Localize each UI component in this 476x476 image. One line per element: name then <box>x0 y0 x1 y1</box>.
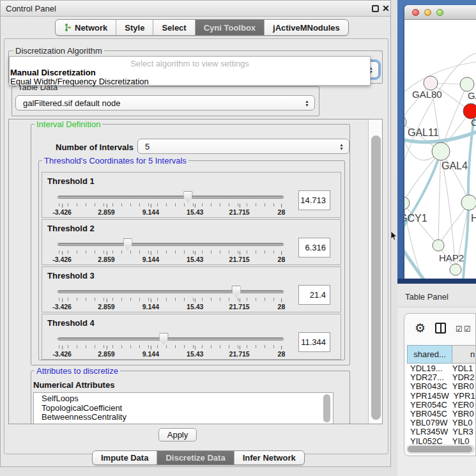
tab-jactivemnodules[interactable]: jActiveMNodules <box>265 20 348 35</box>
settings-scrollpane: Interval Definition Number of Intervals … <box>8 119 383 424</box>
screen: Control Panel ✕ Network Style Select Cyn… <box>0 0 476 476</box>
dropdown-option-equal-width-frequency[interactable]: Equal Width/Frequency Discretization <box>10 77 149 86</box>
table-row[interactable]: YBR043CYBR0 <box>407 381 476 390</box>
slider-thumb[interactable] <box>231 286 241 297</box>
cell: YBR045C <box>407 409 448 418</box>
tab-label: Network <box>75 23 107 33</box>
threshold-4-slider[interactable]: -3.4262.8599.14415.4321.71528 <box>58 334 284 359</box>
slider-track[interactable] <box>58 290 284 293</box>
threshold-4-value-field[interactable]: 11.344 <box>298 332 330 352</box>
network-window-titlebar[interactable] <box>404 5 476 20</box>
table-row[interactable]: YDL19...YDL1 <box>407 364 476 372</box>
node-label-gcy1: GCY1 <box>404 213 427 224</box>
network-canvas[interactable]: GAL80 GA C GAL11 GAL4 GCY1 H HAP2 <box>404 20 476 279</box>
tab-cyni-toolbox[interactable]: Cyni Toolbox <box>196 20 265 35</box>
table-panel-titlebar[interactable]: Table Panel <box>397 284 476 307</box>
table-row[interactable]: YPR145WYPR1 <box>407 391 476 400</box>
gear-icon[interactable]: ⚙ <box>415 321 426 335</box>
table-hscrollbar-track[interactable] <box>406 445 475 454</box>
close-icon[interactable]: ✕ <box>382 3 390 13</box>
node-pink[interactable] <box>424 76 438 90</box>
threshold-3-label: Threshold 3 <box>47 271 95 280</box>
tick-label: 28 <box>278 303 286 311</box>
table-data-combobox[interactable]: galFiltered.sif default node ▲▼ <box>15 95 315 111</box>
discretization-algorithm-label: Discretization Algorithm <box>13 46 104 56</box>
slider-track[interactable] <box>58 196 284 199</box>
list-item[interactable]: TopologicalCoefficient <box>34 403 333 412</box>
column-header-name[interactable]: n <box>452 345 476 364</box>
table-row[interactable]: YIL052CYIL0 <box>407 436 476 445</box>
tab-infer-network[interactable]: Infer Network <box>234 451 304 464</box>
combo-stepper-icon: ▲▼ <box>339 143 344 150</box>
node-hap2[interactable] <box>433 240 444 251</box>
slider-track[interactable] <box>58 337 284 341</box>
table-row[interactable]: YER054CYER0 <box>407 400 476 409</box>
tab-label: Select <box>162 23 186 33</box>
algorithm-dropdown-popup: Select algorithm to view settings Manual… <box>9 56 371 86</box>
tick-label: 9.144 <box>142 256 159 263</box>
threshold-3-value-field[interactable]: 21.4 <box>298 285 330 305</box>
slider-track[interactable] <box>58 243 284 246</box>
threshold-2-value-field[interactable]: 6.316 <box>298 238 330 257</box>
checkbox-icon[interactable]: ☑ <box>456 325 463 334</box>
network-view-window[interactable]: GAL80 GA C GAL11 GAL4 GCY1 H HAP2 <box>404 5 476 279</box>
close-traffic-light-icon[interactable] <box>412 9 419 16</box>
column-layout-icon[interactable] <box>435 323 446 334</box>
node-top-right[interactable] <box>460 77 474 91</box>
tick-label: 9.144 <box>142 208 159 216</box>
tick-label: -3.426 <box>52 256 72 263</box>
threshold-1-slider[interactable]: -3.4262.8599.14415.4321.71528 <box>58 192 284 217</box>
network-icon <box>64 23 72 32</box>
numerical-attributes-list[interactable]: SelfLoops TopologicalCoefficient Between… <box>33 392 334 424</box>
threshold-3-slider[interactable]: -3.4262.8599.14415.4321.71528 <box>58 286 284 312</box>
slider-thumb[interactable] <box>159 333 169 344</box>
slider-thumb[interactable] <box>183 191 193 203</box>
list-scrollbar[interactable] <box>323 394 330 422</box>
table-rows: YDL19...YDL1 YDR27...YDR2 YBR043CYBR0 YP… <box>407 364 476 445</box>
node-label-gal80: GAL80 <box>412 89 442 100</box>
table-hscrollbar-thumb[interactable] <box>408 446 472 452</box>
table-row[interactable]: YLR345WYLR3 <box>407 427 476 436</box>
table-row[interactable]: YDR27...YDR2 <box>407 372 476 381</box>
settings-scrollbar-track[interactable] <box>368 119 383 424</box>
cell: YDR27... <box>407 372 448 381</box>
tab-impute-data[interactable]: Impute Data <box>93 451 157 464</box>
list-item[interactable]: SelfLoops <box>34 393 333 403</box>
cell: YER0 <box>448 400 476 409</box>
settings-scrollbar-thumb[interactable] <box>371 135 381 420</box>
dropdown-option-manual-discretization[interactable]: Manual Discretization <box>10 68 96 77</box>
node-gal4[interactable] <box>432 142 450 160</box>
node-gcy1[interactable] <box>404 197 410 210</box>
float-window-icon[interactable] <box>372 5 379 12</box>
bottom-tab-bar: Impute Data Discretize Data Infer Networ… <box>92 450 305 465</box>
node-label-ga: GA <box>468 90 476 101</box>
number-of-intervals-combobox[interactable]: 5 ▲▼ <box>137 139 349 154</box>
table-row[interactable]: YBL079WYBL0 <box>407 418 476 427</box>
tick-label: 28 <box>278 350 286 358</box>
threshold-2-slider[interactable]: -3.4262.8599.14415.4321.71528 <box>58 239 284 265</box>
slider-thumb[interactable] <box>123 238 132 250</box>
list-item[interactable]: BetweennessCentrality <box>34 411 333 421</box>
slider-tick-labels: -3.4262.8599.14415.4321.71528 <box>58 302 284 311</box>
checkbox-icon[interactable]: ☑ <box>464 325 471 334</box>
cell: YBR043C <box>407 381 448 390</box>
tab-style[interactable]: Style <box>116 20 153 35</box>
table-row[interactable]: YBR045CYBR0 <box>407 409 476 418</box>
table-panel-title: Table Panel <box>405 292 449 302</box>
tab-select[interactable]: Select <box>153 20 195 35</box>
zoom-traffic-light-icon[interactable] <box>436 9 443 16</box>
tab-discretize-data[interactable]: Discretize Data <box>157 451 234 464</box>
minimize-traffic-light-icon[interactable] <box>424 9 431 16</box>
threshold-1-value-field[interactable]: 14.713 <box>298 190 330 210</box>
tab-network[interactable]: Network <box>56 20 116 35</box>
cell: YBL0 <box>448 418 476 427</box>
node-label-gal4: GAL4 <box>441 160 468 171</box>
node-h[interactable] <box>461 195 476 210</box>
control-panel-titlebar[interactable]: Control Panel ✕ <box>1 1 390 17</box>
node-bottom[interactable] <box>450 264 461 275</box>
apply-button[interactable]: Apply <box>158 428 197 441</box>
column-header-shared[interactable]: shared... <box>407 345 452 364</box>
top-tab-bar: Network Style Select Cyni Toolbox jActiv… <box>55 19 349 36</box>
table-header-row: shared... n <box>407 345 476 364</box>
tab-label: Discretize Data <box>165 453 225 463</box>
